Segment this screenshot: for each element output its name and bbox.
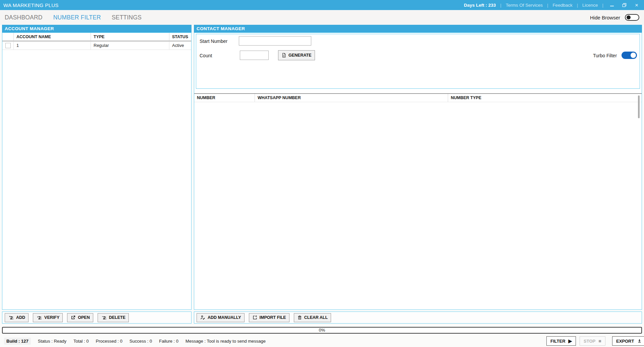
add-manually-button[interactable]: ADD MANUALLY (197, 313, 245, 322)
download-icon (637, 338, 642, 344)
trash-icon (297, 315, 302, 320)
separator: | (602, 3, 603, 8)
select-all-column (2, 33, 14, 41)
separator: | (547, 3, 548, 8)
tab-bar: DASHBOARD NUMBER FILTER SETTINGS Hide Br… (0, 10, 644, 25)
import-file-icon (252, 315, 258, 320)
total-label: Total : 0 (73, 339, 89, 344)
person-remove-icon (101, 315, 107, 320)
button-label: GENERATE (288, 53, 312, 58)
restore-icon (622, 3, 627, 7)
app-window: WA MARKETING PLUS Days Left : 233 | Term… (0, 0, 644, 347)
account-manager-title: ACCOUNT MANAGER (5, 26, 54, 31)
person-edit-icon (200, 315, 206, 320)
account-status-value: Active (169, 41, 191, 50)
play-icon: ▶ (569, 339, 572, 343)
contact-table-header: NUMBER WHATSAPP NUMBER NUMBER TYPE (194, 93, 642, 102)
row-checkbox[interactable] (5, 43, 11, 48)
account-manager-header: ACCOUNT MANAGER (2, 25, 192, 32)
turbo-filter-toggle[interactable] (622, 52, 637, 59)
close-button[interactable]: × (633, 1, 641, 9)
tab-number-filter[interactable]: NUMBER FILTER (53, 14, 101, 21)
count-label: Count (200, 53, 212, 58)
delete-account-button[interactable]: DELETE (98, 313, 129, 322)
turbo-filter-label: Turbo Filter (593, 53, 617, 58)
table-row[interactable]: 1 Regular Active (2, 41, 191, 50)
account-table-header: ACCOUNT NAME TYPE STATUS (2, 33, 191, 41)
days-left-label: Days Left : 233 (464, 3, 496, 8)
button-label: IMPORT FILE (260, 315, 286, 320)
feedback-link[interactable]: Feedback (552, 3, 572, 8)
app-title: WA MARKETING PLUS (3, 2, 59, 8)
open-account-button[interactable]: OPEN (67, 313, 93, 322)
export-button[interactable]: EXPORT (612, 336, 644, 346)
toggle-knob (631, 53, 636, 58)
button-label: CLEAR ALL (304, 315, 328, 320)
verify-account-button[interactable]: VERIFY (33, 313, 63, 322)
separator: | (500, 3, 501, 8)
button-label: DELETE (109, 315, 125, 320)
button-label: ADD MANUALLY (208, 315, 241, 320)
title-bar: WA MARKETING PLUS Days Left : 233 | Term… (0, 0, 644, 10)
stop-button[interactable]: STOP ■ (580, 336, 605, 346)
minimize-button[interactable] (608, 1, 616, 9)
filter-button[interactable]: FILTER ▶ (546, 336, 576, 346)
column-whatsapp-number: WHATSAPP NUMBER (255, 94, 448, 102)
button-label: OPEN (78, 315, 90, 320)
button-label: FILTER (550, 339, 566, 344)
account-manager-panel: ACCOUNT NAME TYPE STATUS 1 Regular Activ… (2, 32, 192, 310)
hide-browser-control: Hide Browser (590, 14, 639, 21)
contact-manager-title: CONTACT MANAGER (197, 26, 245, 31)
contact-manager-panel: Start Number Count GENERATE Turbo Filter… (194, 32, 642, 310)
account-manager-toolbar: ADD VERIFY OPEN (2, 311, 192, 324)
status-label: Status : Ready (38, 339, 66, 344)
button-label: VERIFY (44, 315, 59, 320)
success-label: Success : 0 (129, 339, 152, 344)
terms-of-services-link[interactable]: Terms Of Services (506, 3, 543, 8)
column-number-type: NUMBER TYPE (448, 94, 642, 102)
person-check-icon (36, 315, 42, 320)
start-number-label: Start Number (200, 39, 227, 44)
table-scrollbar[interactable] (638, 95, 640, 118)
contact-manager-toolbar: ADD MANUALLY IMPORT FILE CLEAR ALL (194, 311, 642, 324)
column-number: NUMBER (194, 94, 255, 102)
progress-label: 0% (319, 328, 325, 333)
count-input[interactable] (240, 51, 269, 60)
tab-settings[interactable]: SETTINGS (112, 14, 142, 21)
message-label: Message : Tool is ready to send message (185, 339, 266, 344)
account-name-value: 1 (14, 41, 91, 50)
column-account-name: ACCOUNT NAME (14, 33, 91, 41)
button-label: STOP (584, 339, 595, 344)
row-checkbox-cell (2, 41, 14, 50)
build-label: Build : 127 (4, 338, 31, 345)
import-file-button[interactable]: IMPORT FILE (249, 313, 289, 322)
close-icon: × (635, 2, 638, 8)
clear-all-button[interactable]: CLEAR ALL (294, 313, 331, 322)
button-label: ADD (16, 315, 25, 320)
stop-icon: ■ (598, 339, 601, 343)
add-account-button[interactable]: ADD (5, 313, 29, 322)
start-number-input[interactable] (239, 36, 311, 46)
contact-manager-header: CONTACT MANAGER (194, 25, 642, 32)
toggle-knob (627, 15, 631, 19)
account-type-value: Regular (91, 41, 169, 50)
generate-button[interactable]: GENERATE (278, 50, 315, 60)
licence-link[interactable]: Licence (582, 3, 598, 8)
processed-label: Processed : 0 (96, 339, 123, 344)
generate-numbers-icon (281, 53, 286, 58)
failure-label: Failure : 0 (159, 339, 178, 344)
person-add-icon (8, 315, 14, 320)
tab-dashboard[interactable]: DASHBOARD (5, 14, 43, 21)
hide-browser-toggle[interactable] (625, 14, 639, 21)
progress-bar: 0% (2, 327, 642, 334)
number-generator-form: Start Number Count GENERATE Turbo Filter (196, 34, 640, 89)
separator: | (577, 3, 578, 8)
button-label: EXPORT (616, 339, 634, 344)
title-bar-right: Days Left : 233 | Terms Of Services | Fe… (464, 1, 641, 9)
open-external-icon (70, 315, 76, 320)
column-status: STATUS (169, 33, 191, 41)
minimize-icon (610, 6, 614, 7)
hide-browser-label: Hide Browser (590, 15, 620, 20)
column-type: TYPE (91, 33, 169, 41)
restore-button[interactable] (620, 1, 628, 9)
